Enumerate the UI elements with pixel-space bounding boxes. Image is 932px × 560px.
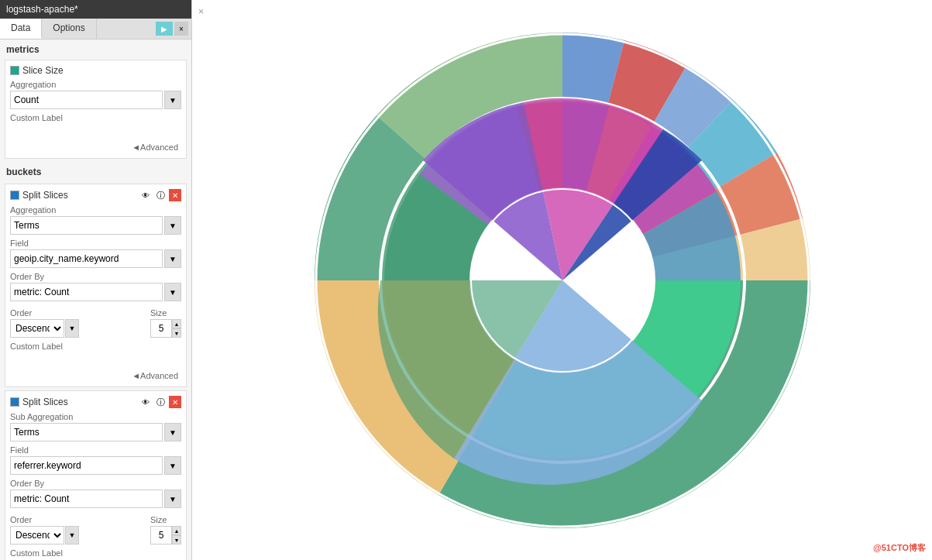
run-button[interactable]: ▶: [156, 22, 173, 36]
aggregation-select-wrapper: Count ▼: [10, 91, 181, 109]
sub-order-label: Order: [10, 515, 146, 524]
tab-actions: ▶ ×: [156, 19, 191, 39]
buckets-custom-label: Custom Label: [10, 342, 181, 351]
close-tab-button[interactable]: ×: [174, 22, 188, 36]
sub-size-spinner: ▲ ▼: [172, 526, 181, 545]
title-bar: logstash-apache*: [0, 0, 191, 19]
order-label: Order: [10, 308, 146, 318]
sub-size-input[interactable]: [150, 526, 172, 545]
buckets-color-box: [10, 191, 19, 200]
left-panel: logstash-apache* Data Options ▶ × metric…: [0, 0, 192, 560]
tab-data[interactable]: Data: [0, 19, 42, 39]
metrics-section: Slice Size Aggregation Count ▼ Custom La…: [5, 60, 187, 159]
buckets-section: Split Slices 👁 ⓘ ✕ Aggregation Terms ▼ F…: [5, 184, 187, 387]
custom-label-label: Custom Label: [10, 113, 181, 122]
sub-size-label-group: Size ▲ ▼: [150, 511, 181, 545]
sub-order-by-select[interactable]: metric: Count: [10, 490, 163, 508]
sub-order-arrow[interactable]: ▼: [65, 526, 79, 545]
size-input[interactable]: [150, 319, 172, 338]
sub-spin-up[interactable]: ▲: [172, 526, 181, 535]
sub-order-by-select-wrapper: metric: Count ▼: [10, 490, 181, 508]
buckets-aggregation-select[interactable]: Terms: [10, 216, 163, 235]
sub-aggregation-select[interactable]: Terms: [10, 423, 163, 441]
size-label: Size: [150, 308, 181, 318]
tab-options[interactable]: Options: [42, 19, 96, 39]
sub-aggregation-label: Sub Aggregation: [10, 412, 181, 421]
eye-icon[interactable]: 👁: [139, 189, 152, 201]
sub-order-select-wrapper: Descend ▼: [10, 526, 146, 545]
pie-chart: [299, 17, 826, 544]
order-select-wrapper: Descend ▼: [10, 319, 146, 338]
spin-down[interactable]: ▼: [172, 328, 181, 338]
aggregation-dropdown-arrow[interactable]: ▼: [164, 91, 181, 109]
sub-buckets-color-box: [10, 397, 19, 407]
tab-bar: Data Options ▶ ×: [0, 19, 191, 40]
field-select-wrapper: geoip.city_name.keyword ▼: [10, 249, 181, 268]
buckets-header: buckets: [0, 162, 191, 180]
buckets-aggregation-select-wrapper: Terms ▼: [10, 216, 181, 235]
close-icon[interactable]: ×: [198, 6, 204, 17]
split-slices-label: Split Slices: [22, 190, 68, 201]
sub-aggregation-arrow[interactable]: ▼: [164, 423, 181, 441]
panel-scroll: metrics Slice Size Aggregation Count ▼ C…: [0, 40, 191, 560]
sub-order-select[interactable]: Descend: [10, 526, 64, 545]
sub-order-by-arrow[interactable]: ▼: [164, 490, 181, 508]
sub-field-arrow[interactable]: ▼: [164, 456, 181, 475]
sub-custom-label: Custom Label: [10, 548, 181, 558]
spin-up[interactable]: ▲: [172, 319, 181, 328]
sub-buckets-section: Split Slices 👁 ⓘ ✕ Sub Aggregation Terms…: [5, 390, 187, 560]
order-by-select[interactable]: metric: Count: [10, 283, 163, 301]
order-by-select-wrapper: metric: Count ▼: [10, 283, 181, 301]
buckets-aggregation-label: Aggregation: [10, 205, 181, 215]
watermark: @51CTO博客: [873, 542, 926, 554]
order-by-arrow[interactable]: ▼: [164, 283, 181, 301]
metrics-color-box: [10, 66, 19, 75]
sub-order-size-row: Order Descend ▼ Size ▲ ▼: [10, 511, 181, 545]
field-arrow[interactable]: ▼: [164, 249, 181, 268]
field-label: Field: [10, 239, 181, 248]
order-size-row: Order Descend ▼ Size ▲ ▼: [10, 304, 181, 338]
sub-field-select-wrapper: referrer.keyword ▼: [10, 456, 181, 475]
info-icon[interactable]: ⓘ: [154, 189, 167, 201]
window-title: logstash-apache*: [6, 4, 78, 15]
custom-label-input-area: [10, 125, 181, 141]
sub-order-by-label: Order By: [10, 479, 181, 488]
slice-size-label: Slice Size: [22, 65, 64, 76]
sub-eye-icon[interactable]: 👁: [139, 396, 152, 408]
sub-order-label-group: Order Descend ▼: [10, 511, 146, 545]
size-spinner: ▲ ▼: [172, 319, 181, 338]
order-label-group: Order Descend ▼: [10, 304, 146, 338]
sub-split-slices-label: Split Slices: [22, 397, 68, 407]
sub-field-select[interactable]: referrer.keyword: [10, 456, 163, 475]
buckets-section-header: buckets: [6, 167, 185, 177]
sub-aggregation-select-wrapper: Terms ▼: [10, 423, 181, 441]
remove-bucket-button[interactable]: ✕: [169, 189, 181, 201]
order-by-label: Order By: [10, 272, 181, 281]
buckets-aggregation-arrow[interactable]: ▼: [164, 216, 181, 235]
metrics-header: metrics: [0, 40, 191, 57]
sub-size-label: Size: [150, 515, 181, 524]
buckets-advanced-link[interactable]: ◄Advanced: [10, 369, 181, 382]
aggregation-select[interactable]: Count: [10, 91, 163, 109]
aggregation-label: Aggregation: [10, 80, 181, 89]
slice-size-header: Slice Size: [10, 65, 181, 76]
sub-split-slices-header: Split Slices 👁 ⓘ ✕: [10, 396, 181, 408]
metrics-advanced-link[interactable]: ◄Advanced: [10, 141, 181, 153]
order-arrow[interactable]: ▼: [65, 319, 79, 338]
sub-remove-bucket-button[interactable]: ✕: [169, 396, 181, 408]
field-select[interactable]: geoip.city_name.keyword: [10, 249, 163, 268]
order-select[interactable]: Descend: [10, 319, 64, 338]
buckets-custom-label-input: [10, 354, 181, 369]
sub-info-icon[interactable]: ⓘ: [154, 396, 167, 408]
chart-container: [299, 17, 826, 544]
split-slices-header: Split Slices 👁 ⓘ ✕: [10, 189, 181, 201]
sub-field-label: Field: [10, 445, 181, 455]
main-area: ×: [192, 0, 932, 560]
size-label-group: Size ▲ ▼: [150, 304, 181, 338]
sub-spin-down[interactable]: ▼: [172, 535, 181, 545]
